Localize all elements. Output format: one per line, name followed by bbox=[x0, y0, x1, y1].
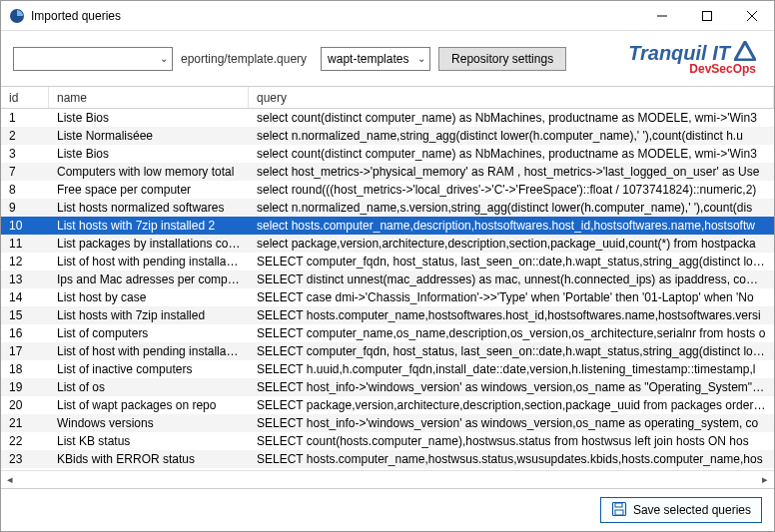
cell-name: List of os bbox=[49, 380, 249, 394]
cell-query: SELECT count(hosts.computer_name),hostws… bbox=[249, 434, 774, 448]
scroll-right-icon[interactable]: ▸ bbox=[762, 473, 768, 486]
table-row[interactable]: 16List of computersSELECT computer_name,… bbox=[1, 324, 774, 342]
brand-logo: Tranquil IT DevSecOps bbox=[628, 41, 762, 76]
table-row[interactable]: 15List hosts with 7zip installedSELECT h… bbox=[1, 306, 774, 324]
cell-id: 2 bbox=[1, 129, 49, 143]
table-row[interactable]: 7Computers with low memory totalselect h… bbox=[1, 163, 774, 181]
cell-name: Free space per computer bbox=[49, 183, 249, 197]
cell-name: Liste Normaliséee bbox=[49, 129, 249, 143]
cell-name: List of host with pending installati... bbox=[49, 344, 249, 358]
queries-table: id name query 1Liste Biosselect count(di… bbox=[1, 86, 774, 488]
cell-id: 7 bbox=[1, 165, 49, 179]
cell-name: List of host with pending installati... bbox=[49, 255, 249, 268]
col-header-name[interactable]: name bbox=[49, 87, 249, 108]
table-row[interactable]: 22List KB statusSELECT count(hosts.compu… bbox=[1, 432, 774, 450]
cell-id: 18 bbox=[1, 362, 49, 376]
query-file-selector[interactable]: ⌄ bbox=[13, 47, 173, 71]
cell-id: 11 bbox=[1, 237, 49, 251]
window-title: Imported queries bbox=[31, 9, 639, 23]
table-row[interactable]: 2Liste Normaliséeeselect n.normalized_na… bbox=[1, 127, 774, 145]
svg-rect-2 bbox=[702, 11, 711, 20]
cell-name: Computers with low memory total bbox=[49, 165, 249, 179]
svg-rect-7 bbox=[615, 510, 623, 515]
table-row[interactable]: 8Free space per computerselect round(((h… bbox=[1, 181, 774, 199]
cell-id: 23 bbox=[1, 452, 49, 466]
cell-query: select n.normalized_name,s.version,strin… bbox=[249, 201, 774, 215]
cell-name: List hosts with 7zip installed bbox=[49, 308, 249, 322]
cell-name: List hosts normalized softwares bbox=[49, 201, 249, 215]
chevron-down-icon: ⌄ bbox=[160, 53, 168, 64]
cell-query: SELECT computer_fqdn, host_status, last_… bbox=[249, 255, 774, 268]
cell-query: SELECT hosts.computer_name,hostsoftwares… bbox=[249, 308, 774, 322]
table-row[interactable]: 17List of host with pending installati..… bbox=[1, 342, 774, 360]
cell-id: 14 bbox=[1, 290, 49, 304]
table-row[interactable]: 13Ips and Mac adresses per computerSELEC… bbox=[1, 270, 774, 288]
toolbar: ⌄ eporting/template.query wapt-templates… bbox=[1, 31, 774, 86]
save-selected-queries-button[interactable]: Save selected queries bbox=[600, 497, 762, 523]
cell-name: List packages by installations count bbox=[49, 237, 249, 251]
window: Imported queries ⌄ eporting/template.que… bbox=[0, 0, 775, 532]
close-button[interactable] bbox=[729, 1, 774, 30]
table-row[interactable]: 12List of host with pending installati..… bbox=[1, 253, 774, 270]
table-row[interactable]: 21Windows versionsSELECT host_info->'win… bbox=[1, 414, 774, 432]
cell-id: 13 bbox=[1, 272, 49, 286]
table-row[interactable]: 11List packages by installations countse… bbox=[1, 235, 774, 253]
cell-id: 22 bbox=[1, 434, 49, 448]
cell-query: select n.normalized_name,string_agg(dist… bbox=[249, 129, 774, 143]
cell-name: List KB status bbox=[49, 434, 249, 448]
table-row[interactable]: 19List of osSELECT host_info->'windows_v… bbox=[1, 378, 774, 396]
cell-name: List of wapt packages on repo bbox=[49, 398, 249, 412]
footer: Save selected queries bbox=[1, 488, 774, 531]
maximize-button[interactable] bbox=[684, 1, 729, 30]
cell-query: select round(((host_metrics->'local_driv… bbox=[249, 183, 774, 197]
cell-query: select package,version,architecture,desc… bbox=[249, 237, 774, 251]
horizontal-scrollbar[interactable]: ◂ ▸ bbox=[1, 470, 774, 488]
table-row[interactable]: 18List of inactive computersSELECT h.uui… bbox=[1, 360, 774, 378]
cell-id: 8 bbox=[1, 183, 49, 197]
col-header-query[interactable]: query bbox=[249, 87, 774, 108]
table-body: 1Liste Biosselect count(distinct compute… bbox=[1, 109, 774, 470]
cell-name: Liste Bios bbox=[49, 111, 249, 125]
table-row[interactable]: 23KBids with ERROR statusSELECT hosts.co… bbox=[1, 450, 774, 468]
cell-id: 16 bbox=[1, 326, 49, 340]
cell-name: List of inactive computers bbox=[49, 362, 249, 376]
repo-selector[interactable]: wapt-templates ⌄ bbox=[321, 47, 430, 71]
chevron-down-icon: ⌄ bbox=[417, 53, 425, 64]
cell-id: 3 bbox=[1, 147, 49, 161]
cell-query: SELECT package,version,architecture,desc… bbox=[249, 398, 774, 412]
cell-query: SELECT hosts.computer_name,hostwsus.stat… bbox=[249, 452, 774, 466]
path-display: eporting/template.query bbox=[181, 52, 307, 66]
cell-id: 20 bbox=[1, 398, 49, 412]
save-icon bbox=[611, 501, 627, 520]
table-row[interactable]: 10List hosts with 7zip installed 2select… bbox=[1, 217, 774, 235]
cell-name: List of computers bbox=[49, 326, 249, 340]
cell-name: KBids with ERROR status bbox=[49, 452, 249, 466]
repo-selector-value: wapt-templates bbox=[328, 52, 408, 66]
cell-name: Windows versions bbox=[49, 416, 249, 430]
repository-settings-button[interactable]: Repository settings bbox=[438, 47, 566, 71]
cell-query: SELECT computer_name,os_name,description… bbox=[249, 326, 774, 340]
col-header-id[interactable]: id bbox=[1, 87, 49, 108]
table-row[interactable]: 9List hosts normalized softwaresselect n… bbox=[1, 199, 774, 217]
table-row[interactable]: 20List of wapt packages on repoSELECT pa… bbox=[1, 396, 774, 414]
table-row[interactable]: 3Liste Biosselect count(distinct compute… bbox=[1, 145, 774, 163]
svg-rect-5 bbox=[612, 502, 625, 515]
cell-query: SELECT h.uuid,h.computer_fqdn,install_da… bbox=[249, 362, 774, 376]
cell-id: 19 bbox=[1, 380, 49, 394]
app-icon bbox=[9, 8, 25, 24]
titlebar: Imported queries bbox=[1, 1, 774, 31]
cell-id: 15 bbox=[1, 308, 49, 322]
minimize-button[interactable] bbox=[639, 1, 684, 30]
cell-query: SELECT case dmi->'Chassis_Information'->… bbox=[249, 290, 774, 304]
cell-query: select host_metrics->'physical_memory' a… bbox=[249, 165, 774, 179]
table-row[interactable]: 14List host by caseSELECT case dmi->'Cha… bbox=[1, 288, 774, 306]
cell-name: Liste Bios bbox=[49, 147, 249, 161]
table-row[interactable]: 1Liste Biosselect count(distinct compute… bbox=[1, 109, 774, 127]
cell-query: select count(distinct computer_name) as … bbox=[249, 147, 774, 161]
cell-id: 21 bbox=[1, 416, 49, 430]
scroll-left-icon[interactable]: ◂ bbox=[7, 473, 13, 486]
cell-query: SELECT computer_fqdn, host_status, last_… bbox=[249, 344, 774, 358]
cell-name: List host by case bbox=[49, 290, 249, 304]
cell-id: 1 bbox=[1, 111, 49, 125]
cell-id: 12 bbox=[1, 255, 49, 268]
